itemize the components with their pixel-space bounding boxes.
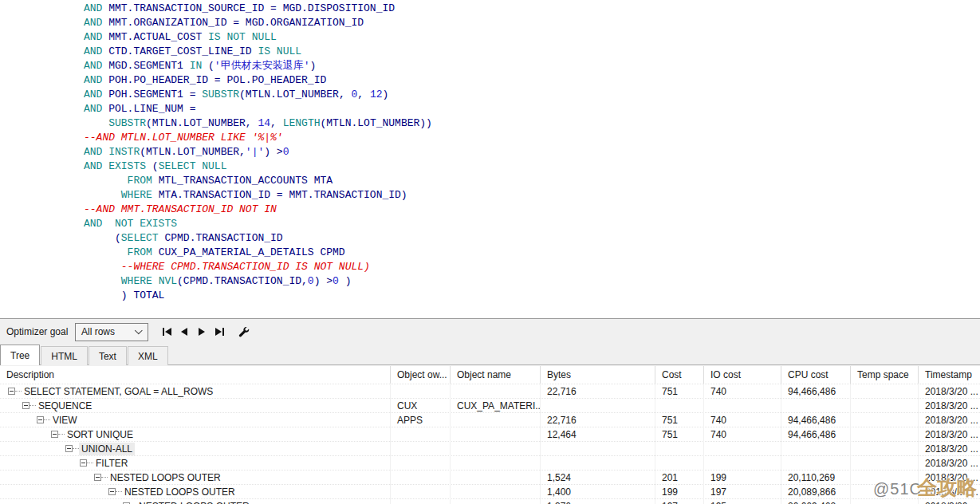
plan-grid-body: SELECT STATEMENT, GOAL = ALL_ROWS22,7167… [0, 384, 980, 504]
cell-io: 197 [704, 485, 781, 499]
sql-line: AND POH.SEGMENT1 = SUBSTR(MTLN.LOT_NUMBE… [84, 88, 980, 102]
chevron-down-icon [135, 326, 143, 334]
cell-cost: 201 [655, 471, 704, 485]
plan-tabbar: TreeHTMLTextXML [0, 345, 980, 365]
cell-name [451, 471, 541, 485]
sql-editor[interactable]: AND MMT.TRANSACTION_SOURCE_ID = MGD.DISP… [0, 0, 980, 318]
tree-node-label: NESTED LOOPS OUTER [136, 500, 252, 504]
sql-line: AND MMT.ORGANIZATION_ID = MGD.ORGANIZATI… [84, 16, 980, 30]
cell-owner: CUX [391, 399, 451, 413]
cell-name: CUX_PA_MATERI... [451, 399, 541, 413]
cell-temp [851, 399, 919, 413]
sql-line: (SELECT CPMD.TRANSACTION_ID [84, 231, 980, 246]
cell-owner [391, 384, 451, 399]
cell-io: 195 [704, 499, 781, 504]
cell-io: 740 [704, 413, 781, 427]
tab-xml[interactable]: XML [128, 346, 168, 365]
previous-record-button[interactable] [175, 324, 193, 340]
cell-ts: 2018/3/20 ... [919, 413, 980, 427]
column-header-io[interactable]: IO cost [704, 366, 781, 384]
table-row[interactable]: FILTER2018/3/20 ... [0, 455, 980, 470]
cell-temp [851, 485, 919, 499]
cell-temp [851, 442, 919, 456]
sql-line: AND POH.PO_HEADER_ID = POL.PO_HEADER_ID [84, 73, 980, 88]
cell-io: 199 [704, 471, 781, 485]
cell-name [451, 442, 541, 456]
cell-ts: 2018/3/20 ... [919, 471, 980, 485]
tab-text[interactable]: Text [89, 346, 127, 365]
column-header-temp[interactable]: Temp space [851, 366, 919, 384]
table-row[interactable]: SELECT STATEMENT, GOAL = ALL_ROWS22,7167… [0, 384, 980, 398]
collapse-icon[interactable] [65, 445, 73, 452]
column-header-desc[interactable]: Description [0, 366, 391, 384]
table-row[interactable]: UNION-ALL2018/3/20 ... [0, 441, 980, 455]
column-header-ts[interactable]: Timestamp [919, 366, 980, 384]
sql-line: --WHERE CPMD.TRANSACTION_ID IS NOT NULL) [84, 260, 980, 274]
cell-bytes [541, 442, 655, 456]
column-header-owner[interactable]: Object ow... [391, 366, 451, 384]
sql-line: FROM CUX_PA_MATERIAL_A_DETAILS CPMD [84, 246, 980, 260]
cell-bytes [541, 456, 655, 471]
collapse-icon[interactable] [51, 431, 58, 438]
cell-cost: 751 [655, 427, 704, 442]
collapse-icon[interactable] [80, 459, 87, 467]
collapse-icon[interactable] [8, 388, 15, 395]
cell-ts: 2018/3/20 ... [919, 427, 980, 442]
cell-desc: VIEW [0, 413, 391, 427]
settings-button[interactable] [234, 324, 252, 340]
tree-node-label: SELECT STATEMENT, GOAL = ALL_ROWS [22, 385, 215, 398]
column-header-cpu[interactable]: CPU cost [781, 366, 851, 384]
cell-bytes: 1,524 [541, 471, 655, 485]
tab-tree[interactable]: Tree [0, 345, 40, 365]
tab-html[interactable]: HTML [41, 346, 88, 365]
table-row[interactable]: SORT UNIQUE12,46475174094,466,4862018/3/… [0, 427, 980, 441]
sql-line: --AND MTLN.LOT_NUMBER LIKE '%|%' [84, 131, 980, 145]
cell-io [704, 399, 781, 413]
sql-line: AND MMT.TRANSACTION_SOURCE_ID = MGD.DISP… [84, 2, 980, 16]
cell-cpu: 20,110,269 [781, 471, 851, 485]
wrench-icon [238, 326, 250, 338]
plan-toolbar: Optimizer goal All rows [0, 318, 980, 345]
cell-io [704, 456, 781, 471]
tree-node-label: UNION-ALL [79, 443, 135, 455]
cell-cpu: 94,466,486 [781, 384, 851, 399]
table-row[interactable]: NESTED LOOPS OUTER1,37619719520,069,4622… [0, 498, 980, 504]
cell-name [451, 499, 541, 504]
cell-cost [655, 399, 704, 413]
optimizer-goal-select[interactable]: All rows [75, 323, 148, 341]
cell-temp [851, 427, 919, 442]
cell-owner [391, 442, 451, 456]
table-row[interactable]: NESTED LOOPS OUTER1,40019919720,089,8662… [0, 484, 980, 498]
column-header-bytes[interactable]: Bytes [541, 366, 655, 384]
column-header-cost[interactable]: Cost [655, 366, 704, 384]
table-row[interactable]: NESTED LOOPS OUTER1,52420119920,110,2692… [0, 470, 980, 484]
table-row[interactable]: SEQUENCECUXCUX_PA_MATERI...2018/3/20 ... [0, 398, 980, 412]
record-nav-buttons [158, 324, 228, 340]
sql-code: AND MMT.TRANSACTION_SOURCE_ID = MGD.DISP… [84, 2, 980, 303]
cell-cost [655, 442, 704, 456]
collapse-icon[interactable] [94, 474, 101, 481]
collapse-icon[interactable] [37, 416, 44, 423]
cell-cpu [781, 456, 851, 471]
cell-desc: NESTED LOOPS OUTER [0, 485, 391, 499]
table-row[interactable]: VIEWAPPS22,71675174094,466,4862018/3/20 … [0, 412, 980, 427]
next-record-button[interactable] [193, 324, 211, 340]
sql-line: AND EXISTS (SELECT NULL [84, 159, 980, 174]
cell-cpu [781, 399, 851, 413]
previous-record-icon [181, 328, 187, 336]
first-record-button[interactable] [158, 324, 175, 340]
cell-temp [851, 499, 919, 504]
plan-grid: DescriptionObject ow...Object nameBytesC… [0, 366, 980, 504]
last-record-button[interactable] [211, 324, 228, 340]
cell-desc: UNION-ALL [0, 442, 391, 456]
cell-cost: 751 [655, 413, 704, 427]
collapse-icon[interactable] [22, 402, 30, 409]
tree-node-label: NESTED LOOPS OUTER [108, 471, 223, 484]
collapse-icon[interactable] [108, 488, 116, 495]
column-header-name[interactable]: Object name [451, 366, 541, 384]
sql-line: FROM MTL_TRANSACTION_ACCOUNTS MTA [84, 174, 980, 188]
cell-desc: SEQUENCE [0, 399, 391, 413]
sql-line: AND MGD.SEGMENT1 IN ('甲供材未安装退库') [84, 59, 980, 73]
cell-cost [655, 456, 704, 471]
sql-line: --AND MMT.TRANSACTION_ID NOT IN [84, 203, 980, 217]
